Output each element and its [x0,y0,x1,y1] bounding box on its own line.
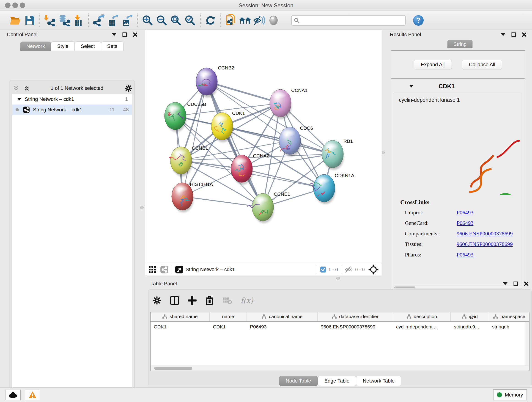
zoom-in-icon[interactable] [140,13,155,27]
tab-node-table[interactable]: Node Table [279,376,318,386]
table-cell[interactable]: CDK1 [151,322,210,332]
add-column-icon[interactable] [188,296,196,305]
table-cell[interactable]: cyclin-dependent ... [393,322,451,332]
collapse-all-networks-icon[interactable] [13,86,19,91]
close-panel-icon[interactable] [522,32,526,37]
panel-menu-icon[interactable] [503,282,507,285]
table-cell[interactable]: P06493 [247,322,317,332]
column-header--id[interactable]: @id [451,312,489,321]
expand-all-networks-icon[interactable] [24,86,30,91]
network-node-CCNA1[interactable] [270,89,291,119]
network-node-CDC6[interactable] [279,127,301,157]
show-columns-icon[interactable] [170,296,179,305]
network-edge-CCNB2-CCNA1[interactable] [207,82,280,103]
table-row[interactable]: CDK1CDK1P064939606.ENSP00000378699cyclin… [151,322,529,332]
network-view-icon[interactable] [160,265,168,274]
memory-button[interactable]: Memory [493,389,527,400]
tab-network[interactable]: Network [20,41,51,51]
table-vscrollbar[interactable] [526,322,529,366]
table-cell[interactable]: stringdb [489,322,530,332]
grid-view-icon[interactable] [148,265,157,274]
birdseye-nav-icon[interactable] [368,264,379,274]
import-network-icon[interactable] [43,13,57,27]
close-panel-icon[interactable] [133,32,138,37]
network-node-CCNA2[interactable] [231,155,253,185]
expand-all-button[interactable]: Expand All [414,60,452,70]
zoom-fit-icon[interactable] [169,13,183,27]
warning-button[interactable] [25,390,40,400]
search-input[interactable] [291,15,406,26]
network-options-gear-icon[interactable] [124,84,132,92]
zoom-out-icon[interactable] [155,13,169,27]
tab-select[interactable]: Select [75,41,101,51]
crosslink-url[interactable]: P06493 [457,210,473,216]
network-node-CDC25B[interactable] [165,102,186,132]
network-node-HIST1H1A[interactable] [172,183,193,212]
network-node-CCNE1[interactable] [247,193,274,223]
network-edge-CCNB2-HIST1H1A[interactable] [182,82,207,196]
network-collection-row[interactable]: String Network – cdk1 1 [12,94,132,104]
column-header-description[interactable]: description [393,312,451,321]
tab-network-table[interactable]: Network Table [356,376,401,386]
homes-icon[interactable] [238,13,252,27]
presentation-icon[interactable] [266,13,281,27]
table-settings-icon[interactable] [152,296,161,305]
crosslink-url[interactable]: P06493 [457,220,473,226]
network-node-RB1[interactable] [322,140,344,170]
import-table-icon[interactable] [71,13,85,27]
network-edge-HIST1H1A-CCNE1[interactable] [182,196,263,207]
network-edge-CCNB2-CCNE1[interactable] [207,82,263,207]
network-node-CDKN1A[interactable] [310,174,335,204]
network-node-CCNB1[interactable] [169,147,192,176]
export-image-icon[interactable] [120,13,134,27]
column-header-canonical-name[interactable]: canonical name [247,312,317,321]
network-node-CCNB2[interactable] [196,68,218,97]
left-splitter-handle[interactable] [140,206,144,209]
section-expander-icon[interactable] [409,85,413,88]
column-header-name[interactable]: name [210,312,247,321]
network-node-CDK1[interactable] [211,113,233,142]
tab-sets[interactable]: Sets [101,41,123,51]
float-panel-icon[interactable] [513,281,518,286]
table-hscroll-thumb[interactable] [154,367,192,370]
table-hscrollbar[interactable] [151,366,529,370]
help-icon[interactable]: ? [411,13,425,27]
close-panel-icon[interactable] [524,281,529,286]
function-builder-icon[interactable]: f(x) [241,296,253,305]
export-network-icon[interactable] [92,13,106,27]
delete-column-icon[interactable] [205,296,214,305]
table-cell[interactable]: 9606.ENSP00000378699 [317,322,393,332]
panel-menu-icon[interactable] [501,33,505,36]
zoom-selected-icon[interactable] [183,13,197,27]
panel-menu-icon[interactable] [112,33,116,36]
hidden-elements-eye-icon[interactable] [345,266,353,273]
tab-string-results[interactable]: String [447,40,473,48]
float-panel-icon[interactable] [511,32,516,37]
delete-table-icon[interactable] [222,297,232,304]
network-row[interactable]: String Network – cdk1 11 48 [12,104,132,115]
table-cell[interactable]: stringdb:9... [451,322,489,332]
share-file-icon[interactable] [224,13,238,27]
column-header-database-identifier[interactable]: database identifier [317,312,393,321]
collapse-all-button[interactable]: Collapse All [462,60,502,70]
open-session-icon[interactable] [8,13,22,27]
save-session-icon[interactable] [22,13,37,27]
refresh-layout-icon[interactable] [203,13,218,27]
crosslink-url[interactable]: 9606.ENSP00000378699 [457,241,513,247]
crosslink-url[interactable]: P06493 [457,252,473,258]
export-table-icon[interactable] [106,13,120,27]
detach-view-icon[interactable] [175,265,183,274]
crosslink-url[interactable]: 9606.ENSP00000378699 [457,230,513,237]
collection-expander-icon[interactable] [17,98,21,101]
table-cell[interactable]: CDK1 [210,322,247,332]
float-panel-icon[interactable] [122,32,127,37]
column-header-namespace[interactable]: namespace [489,312,530,321]
tab-style[interactable]: Style [51,41,75,51]
column-header-shared-name[interactable]: shared name [151,312,210,321]
selected-nodes-checkbox-icon[interactable] [320,266,326,273]
cloud-button[interactable] [5,390,21,400]
hide-unhide-panels-icon[interactable] [252,13,266,27]
network-canvas[interactable]: CCNB2CCNA1CDC25BCDK1CDC6RB1CCNB1CCNA2CDK… [145,30,382,263]
import-database-icon[interactable] [57,13,71,27]
tab-edge-table[interactable]: Edge Table [318,376,356,386]
